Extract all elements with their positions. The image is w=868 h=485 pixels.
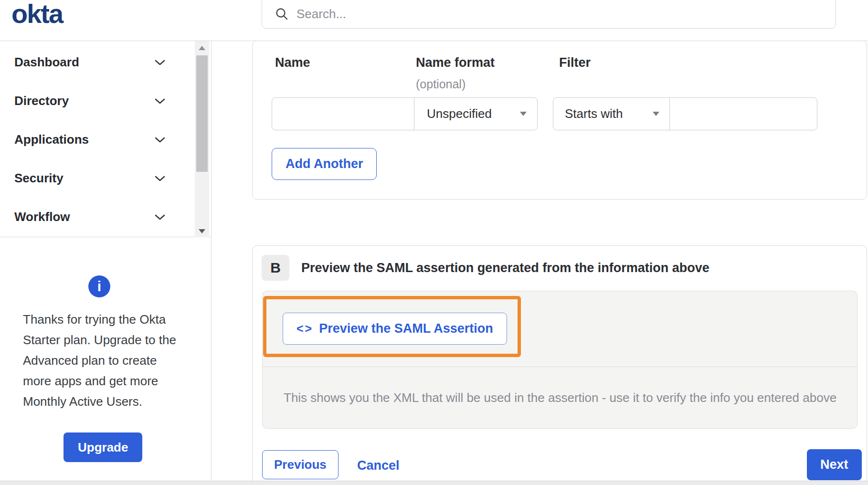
name-column-label: Name: [275, 55, 310, 70]
cancel-link[interactable]: Cancel: [357, 458, 400, 473]
search-input[interactable]: [296, 7, 798, 21]
dropdown-caret-icon: [653, 112, 659, 116]
global-search[interactable]: [262, 0, 836, 29]
plan-note: Thanks for trying the Okta Starter plan.…: [23, 309, 183, 412]
next-button[interactable]: Next: [807, 449, 862, 480]
filter-value-input[interactable]: [669, 97, 817, 130]
preview-saml-card: B Preview the SAML assertion generated f…: [252, 245, 867, 485]
chevron-down-icon: [155, 98, 165, 104]
filter-operator-select[interactable]: Starts with: [553, 97, 670, 130]
preview-section-title: Preview the SAML assertion generated fro…: [301, 261, 709, 275]
preview-button-panel: <> Preview the SAML Assertion: [262, 291, 857, 367]
step-b-badge: B: [262, 255, 289, 281]
filter-column-label: Filter: [559, 55, 591, 70]
scrollbar-thumb[interactable]: [196, 55, 208, 172]
add-another-button[interactable]: Add Another: [272, 148, 377, 180]
code-icon: <>: [296, 322, 313, 336]
sidebar-item-security[interactable]: Security: [0, 159, 211, 198]
attribute-name-input[interactable]: [272, 97, 415, 130]
sidebar-item-label: Directory: [14, 94, 69, 108]
sidebar-item-label: Security: [14, 171, 64, 186]
okta-admin-page: okta Dashboard Directory Applications Se…: [0, 0, 868, 485]
chevron-down-icon: [155, 137, 165, 143]
sidebar-divider: [211, 41, 212, 485]
preview-note-text: This shows you the XML that will be used…: [284, 390, 836, 405]
okta-logo[interactable]: okta: [11, 0, 63, 29]
sidebar: Dashboard Directory Applications Securit…: [0, 41, 211, 237]
viewport-bottom-strip: [0, 481, 868, 485]
filter-operator-selected-value: Starts with: [565, 106, 623, 121]
chevron-down-icon: [155, 176, 165, 181]
search-icon: [275, 7, 289, 21]
sidebar-item-label: Workflow: [14, 210, 70, 224]
sidebar-scrollbar[interactable]: [195, 41, 209, 237]
preview-note-panel: This shows you the XML that will be used…: [262, 367, 857, 429]
dropdown-caret-icon: [520, 112, 527, 116]
name-format-selected-value: Unspecified: [427, 106, 492, 121]
info-icon: i: [88, 275, 110, 297]
name-format-hint: (optional): [416, 77, 466, 91]
sidebar-item-label: Applications: [14, 132, 89, 147]
sidebar-item-dashboard[interactable]: Dashboard: [0, 43, 211, 82]
previous-button[interactable]: Previous: [262, 450, 339, 479]
sidebar-item-applications[interactable]: Applications: [0, 120, 211, 159]
chevron-down-icon: [155, 60, 165, 65]
preview-button-label: Preview the SAML Assertion: [319, 321, 493, 336]
preview-saml-assertion-button[interactable]: <> Preview the SAML Assertion: [283, 313, 507, 345]
upgrade-button[interactable]: Upgrade: [64, 432, 142, 462]
scroll-up-arrow-icon[interactable]: [199, 46, 205, 50]
sidebar-item-directory[interactable]: Directory: [0, 82, 211, 120]
name-format-select[interactable]: Unspecified: [414, 97, 538, 130]
scroll-down-arrow-icon[interactable]: [199, 229, 205, 233]
sidebar-item-label: Dashboard: [14, 55, 79, 70]
chevron-down-icon: [155, 214, 165, 220]
attribute-statements-card: Name Name format (optional) Filter Unspe…: [252, 41, 867, 200]
name-format-column-label: Name format: [416, 55, 495, 70]
sidebar-item-workflow[interactable]: Workflow: [0, 198, 211, 236]
